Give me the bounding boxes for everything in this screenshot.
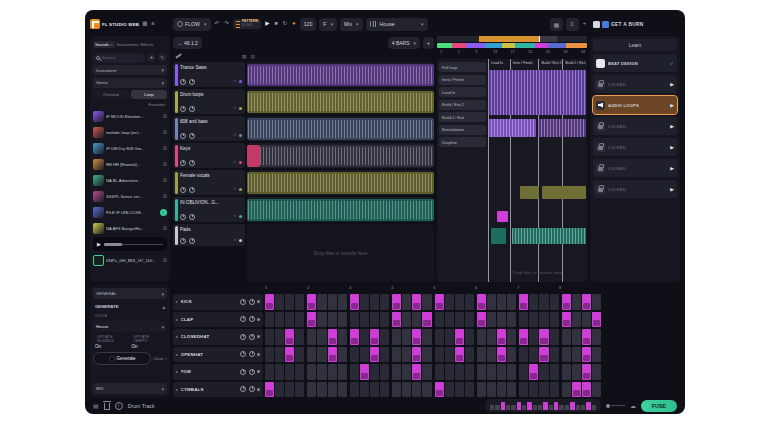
display-icon[interactable]: ▦ bbox=[141, 21, 148, 27]
refresh-button[interactable]: ↻ bbox=[158, 53, 167, 62]
step-cell[interactable] bbox=[455, 382, 464, 398]
mute-dot[interactable] bbox=[257, 300, 260, 303]
step-cell[interactable] bbox=[402, 294, 411, 310]
step-cell[interactable] bbox=[445, 312, 454, 328]
arrangement-clip[interactable] bbox=[542, 186, 586, 199]
step-cell[interactable] bbox=[592, 294, 601, 310]
sound-item[interactable]: IF MOOD Emotion...⊙ bbox=[93, 109, 167, 123]
volume-knob[interactable] bbox=[249, 334, 255, 340]
step-cell[interactable] bbox=[497, 364, 506, 380]
piano-key[interactable] bbox=[517, 402, 521, 410]
audio-clip[interactable] bbox=[247, 145, 434, 167]
play-icon[interactable]: ▶ bbox=[670, 82, 674, 87]
step-cell[interactable] bbox=[392, 347, 401, 363]
volume-knob[interactable] bbox=[249, 351, 255, 357]
cloud-icon[interactable]: ☁ bbox=[630, 403, 636, 409]
track-header[interactable]: Drum loops ∩ bbox=[173, 89, 245, 114]
step-cell[interactable] bbox=[285, 347, 294, 363]
step-cell[interactable] bbox=[529, 329, 538, 345]
update-tempo-value[interactable]: On bbox=[132, 344, 166, 349]
slider-handle[interactable] bbox=[606, 404, 610, 408]
tab-sounds[interactable]: Sounds × bbox=[93, 41, 115, 48]
step-cell[interactable] bbox=[422, 382, 431, 398]
arrangement-grid[interactable]: Full loopIntro / FinishLead InBuild / Ex… bbox=[437, 59, 587, 282]
step-cell[interactable] bbox=[529, 294, 538, 310]
step-cell[interactable] bbox=[582, 364, 591, 380]
step-cell[interactable] bbox=[265, 329, 274, 345]
volume-knob[interactable] bbox=[189, 106, 195, 112]
add-to-project-icon[interactable]: ⊙ bbox=[162, 193, 167, 199]
position-display[interactable]: → 48.1.2 bbox=[173, 37, 202, 49]
sound-item[interactable]: SSSPL Sonus ver...⊙ bbox=[93, 189, 167, 203]
piano-key[interactable] bbox=[538, 405, 542, 410]
step-cell[interactable] bbox=[507, 364, 516, 380]
mute-dot[interactable] bbox=[257, 353, 260, 356]
step-cell[interactable] bbox=[380, 294, 389, 310]
step-cell[interactable] bbox=[529, 347, 538, 363]
track-lane[interactable] bbox=[247, 62, 434, 87]
audio-clip[interactable] bbox=[247, 172, 434, 194]
step-cell[interactable] bbox=[328, 294, 337, 310]
headphones-icon[interactable]: ∩ bbox=[233, 133, 236, 138]
step-cell[interactable] bbox=[477, 364, 486, 380]
step-cell[interactable] bbox=[519, 364, 528, 380]
pan-knob[interactable] bbox=[180, 160, 186, 166]
step-cell[interactable] bbox=[338, 312, 347, 328]
piano-key[interactable] bbox=[549, 405, 553, 410]
step-cell[interactable] bbox=[370, 329, 379, 345]
step-cell[interactable] bbox=[507, 347, 516, 363]
step-cell[interactable] bbox=[592, 329, 601, 345]
pan-knob[interactable] bbox=[240, 386, 246, 392]
expand-row-icon[interactable]: ▸ bbox=[176, 387, 178, 392]
step-cell[interactable] bbox=[497, 294, 506, 310]
step-cell[interactable] bbox=[360, 329, 369, 345]
step-cell[interactable] bbox=[412, 382, 421, 398]
tab-effects[interactable]: Effects bbox=[141, 42, 154, 47]
step-cell[interactable] bbox=[392, 382, 401, 398]
step-cell[interactable] bbox=[317, 294, 326, 310]
step-cell[interactable] bbox=[550, 329, 559, 345]
step-cell[interactable] bbox=[412, 364, 421, 380]
song-minimap[interactable] bbox=[437, 36, 587, 48]
step-cell[interactable] bbox=[455, 294, 464, 310]
pan-knob[interactable] bbox=[180, 133, 186, 139]
step-cell[interactable] bbox=[328, 382, 337, 398]
sequencer-track-label[interactable]: ▸ CLAP bbox=[173, 312, 263, 328]
step-cell[interactable] bbox=[295, 329, 304, 345]
step-cell[interactable] bbox=[550, 382, 559, 398]
step-cell[interactable] bbox=[328, 347, 337, 363]
step-cell[interactable] bbox=[507, 382, 516, 398]
step-cell[interactable] bbox=[455, 347, 464, 363]
pan-knob[interactable] bbox=[240, 316, 246, 322]
sound-item[interactable]: melodic loop (incl...⊙ bbox=[93, 125, 167, 139]
step-cell[interactable] bbox=[572, 364, 581, 380]
pan-knob[interactable] bbox=[240, 299, 246, 305]
headphones-icon[interactable]: ∩ bbox=[233, 79, 236, 84]
step-cell[interactable] bbox=[370, 312, 379, 328]
step-cell[interactable] bbox=[402, 364, 411, 380]
section-chip[interactable]: Dropline bbox=[439, 137, 486, 147]
step-cell[interactable] bbox=[265, 382, 274, 398]
step-cell[interactable] bbox=[582, 294, 591, 310]
step-cell[interactable] bbox=[392, 329, 401, 345]
sound-preview-player[interactable]: ▶ bbox=[93, 237, 167, 251]
pan-knob[interactable] bbox=[180, 106, 186, 112]
oneshot-toggle[interactable]: Oneshot bbox=[93, 90, 129, 99]
step-cell[interactable] bbox=[402, 329, 411, 345]
step-cell[interactable] bbox=[275, 329, 284, 345]
step-cell[interactable] bbox=[477, 294, 486, 310]
step-cell[interactable] bbox=[572, 382, 581, 398]
headphones-icon[interactable]: ∩ bbox=[233, 214, 236, 219]
step-cell[interactable] bbox=[422, 329, 431, 345]
learn-item[interactable]: LOCKED▶ bbox=[593, 117, 677, 135]
step-cell[interactable] bbox=[507, 312, 516, 328]
step-cell[interactable] bbox=[412, 312, 421, 328]
star-button[interactable]: ★ bbox=[147, 53, 156, 62]
step-cell[interactable] bbox=[307, 329, 316, 345]
volume-slider[interactable] bbox=[606, 404, 625, 408]
section-chip[interactable]: Build 2 / Exit bbox=[439, 112, 486, 122]
expand-row-icon[interactable]: ▸ bbox=[176, 369, 178, 374]
browser-toggle-icon[interactable]: ▦ bbox=[550, 18, 563, 31]
step-cell[interactable] bbox=[550, 312, 559, 328]
track-lane[interactable] bbox=[247, 116, 434, 141]
